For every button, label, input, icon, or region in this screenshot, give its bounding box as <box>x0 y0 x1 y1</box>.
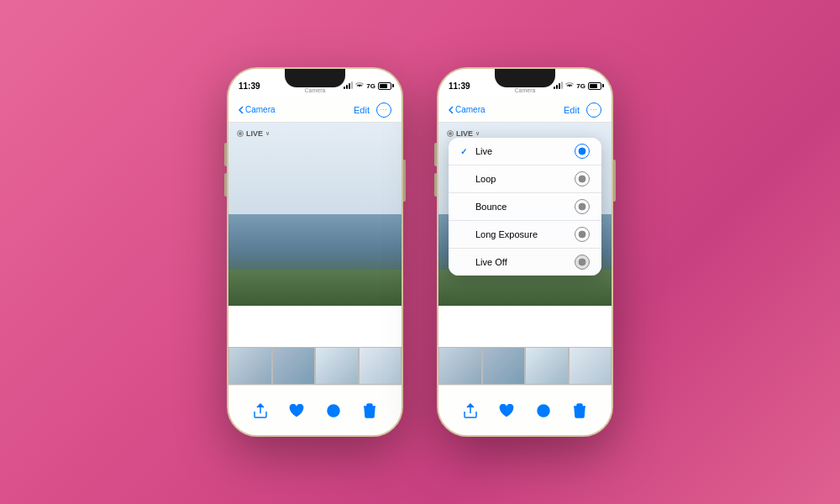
back-button[interactable]: Camera <box>239 105 276 114</box>
left-phone: 11:39 7G Camera <box>227 67 403 437</box>
right-live-info-button[interactable] <box>534 402 553 420</box>
back-label: Camera <box>245 105 276 114</box>
right-thumbnail-3[interactable] <box>525 347 569 385</box>
loop-mode-icon <box>575 171 590 186</box>
right-power-button[interactable] <box>613 160 616 202</box>
svg-point-3 <box>543 407 543 408</box>
right-nav-bar: Camera Edit ··· <box>438 97 612 123</box>
right-more-button[interactable]: ··· <box>586 102 601 118</box>
photo-content: LIVE ∨ <box>228 123 402 385</box>
live-mode-icon <box>575 144 590 159</box>
right-live-label: LIVE <box>456 129 473 138</box>
left-phone-body: 11:39 7G Camera <box>227 67 403 437</box>
thumbnail-3[interactable] <box>315 347 359 385</box>
long-exposure-mode-icon <box>575 227 590 242</box>
menu-item-loop[interactable]: Loop <box>449 165 601 193</box>
right-trash-button[interactable] <box>570 402 589 420</box>
right-bottom-toolbar <box>438 385 612 435</box>
thumbnail-4[interactable] <box>359 347 402 385</box>
right-back-button[interactable]: Camera <box>449 105 486 114</box>
right-phone: 11:39 7G Camera <box>437 67 613 437</box>
cliff-area <box>228 270 402 307</box>
right-edit-button[interactable]: Edit <box>564 105 580 115</box>
menu-live-label: Live <box>475 146 492 156</box>
notch <box>285 69 345 87</box>
right-notch <box>495 69 555 87</box>
more-button[interactable]: ··· <box>376 102 391 118</box>
live-dot-icon <box>237 130 244 137</box>
live-off-mode-icon <box>575 255 590 270</box>
photo-landscape <box>228 214 402 306</box>
right-thumbnail-strip[interactable] <box>438 347 612 385</box>
right-thumbnail-2[interactable] <box>482 347 526 385</box>
right-thumbnail-1[interactable] <box>438 347 482 385</box>
nav-bar: Camera Edit ··· <box>228 97 402 123</box>
menu-item-long-exposure[interactable]: Long Exposure <box>449 221 601 249</box>
menu-live-off-label: Live Off <box>475 257 507 267</box>
trash-button[interactable] <box>360 402 379 420</box>
menu-bounce-label: Bounce <box>475 202 507 212</box>
thumbnail-strip[interactable] <box>228 347 402 385</box>
right-nav-actions: Edit ··· <box>564 102 601 118</box>
right-share-button[interactable] <box>461 402 480 420</box>
right-phone-body: 11:39 7G Camera <box>437 67 613 437</box>
nav-actions: Edit ··· <box>354 102 391 118</box>
menu-item-bounce[interactable]: Bounce <box>449 193 601 221</box>
share-button[interactable] <box>251 402 270 420</box>
menu-item-live[interactable]: ✓ Live <box>449 138 601 165</box>
right-back-label: Camera <box>455 105 486 114</box>
bottom-toolbar <box>228 385 402 435</box>
right-live-dot-icon <box>447 130 454 137</box>
live-badge[interactable]: LIVE ∨ <box>237 129 270 138</box>
menu-item-live-off[interactable]: Live Off <box>449 249 601 276</box>
right-camera-source-label: Camera <box>438 87 612 93</box>
live-checkmark: ✓ <box>460 147 470 156</box>
menu-loop-label: Loop <box>475 174 496 184</box>
live-label: LIVE <box>246 129 263 138</box>
thumbnail-2[interactable] <box>272 347 316 385</box>
right-heart-button[interactable] <box>497 402 516 420</box>
heart-button[interactable] <box>287 402 306 420</box>
svg-point-5 <box>580 150 584 153</box>
live-info-button[interactable] <box>324 402 343 420</box>
bounce-mode-icon <box>575 199 590 214</box>
right-live-chevron-icon: ∨ <box>475 130 480 137</box>
edit-button[interactable]: Edit <box>354 105 370 115</box>
right-live-badge[interactable]: LIVE ∨ <box>447 129 480 138</box>
camera-source-label: Camera <box>228 87 402 93</box>
thumbnail-1[interactable] <box>228 347 272 385</box>
right-thumbnail-4[interactable] <box>569 347 612 385</box>
svg-point-1 <box>333 407 333 408</box>
live-chevron-icon: ∨ <box>265 130 270 137</box>
live-dropdown-menu[interactable]: ✓ Live Loop <box>449 138 601 276</box>
power-button[interactable] <box>403 160 406 202</box>
menu-long-exposure-label: Long Exposure <box>475 229 538 239</box>
